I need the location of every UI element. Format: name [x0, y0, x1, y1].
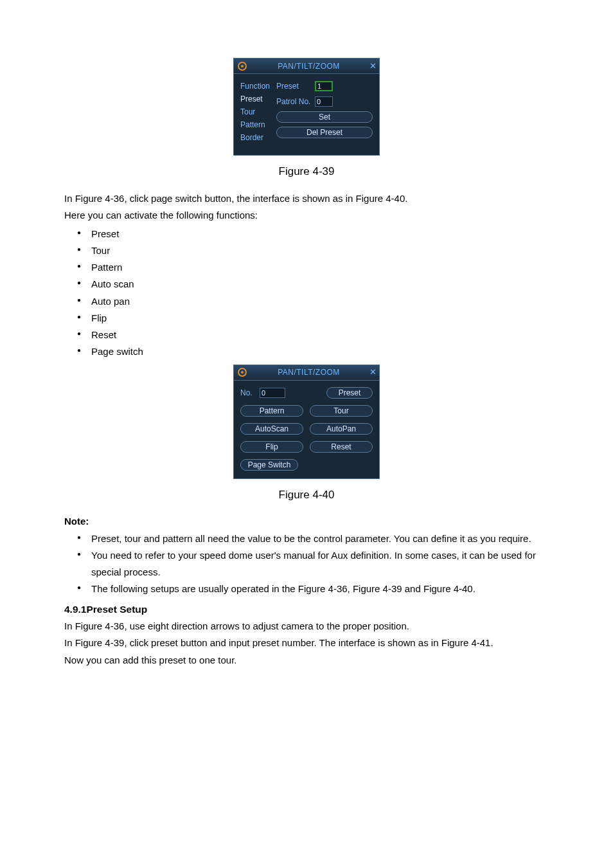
close-icon[interactable]: ✕	[369, 366, 377, 379]
function-item-tour[interactable]: Tour	[240, 106, 270, 118]
note-heading: Note:	[64, 514, 549, 529]
list-item: Auto scan	[77, 276, 549, 293]
list-item: Page switch	[77, 343, 549, 360]
function-item-border[interactable]: Border	[240, 132, 270, 143]
autoscan-button[interactable]: AutoScan	[240, 423, 303, 435]
function-list: Function Preset Tour Pattern Border	[240, 80, 270, 143]
set-button[interactable]: Set	[276, 111, 373, 123]
list-item: Preset, tour and pattern all need the va…	[77, 530, 549, 547]
figure-caption-39: Figure 4-39	[64, 163, 549, 180]
intro-para-2: Here you can activate the following func…	[64, 208, 549, 223]
function-controls: Preset Patrol No. Set Del Preset	[276, 80, 373, 143]
app-icon	[236, 60, 248, 72]
reset-button[interactable]: Reset	[310, 441, 373, 453]
body-para: In Figure 4-36, use eight direction arro…	[64, 619, 549, 634]
autopan-button[interactable]: AutoPan	[310, 423, 373, 435]
list-item: The following setups are usually operate…	[77, 581, 549, 597]
patrol-input[interactable]	[315, 96, 333, 107]
app-icon	[236, 366, 248, 378]
list-item: Preset	[77, 226, 549, 242]
svg-point-3	[241, 371, 244, 374]
list-item: You need to refer to your speed dome use…	[77, 547, 549, 581]
pattern-button[interactable]: Pattern	[240, 405, 303, 417]
panel-titlebar: PAN/TILT/ZOOM ✕	[234, 365, 379, 381]
ptz-panel-1: PAN/TILT/ZOOM ✕ Function Preset Tour Pat…	[233, 58, 380, 156]
body-para: In Figure 4-39, click preset button and …	[64, 636, 549, 651]
figure-caption-40: Figure 4-40	[64, 487, 549, 503]
preset-button[interactable]: Preset	[326, 387, 373, 399]
no-input[interactable]	[260, 388, 285, 398]
function-item-preset[interactable]: Preset	[240, 93, 270, 105]
function-item-pattern[interactable]: Pattern	[240, 119, 270, 131]
ptz-panel-2: PAN/TILT/ZOOM ✕ No. Preset Pattern Tour …	[233, 365, 380, 479]
list-item: Flip	[77, 310, 549, 327]
body-para: Now you can add this preset to one tour.	[64, 653, 549, 668]
patrol-label: Patrol No.	[276, 96, 312, 107]
panel-body: Function Preset Tour Pattern Border Pres…	[234, 74, 379, 155]
feature-list: Preset Tour Pattern Auto scan Auto pan F…	[64, 226, 549, 361]
flip-button[interactable]: Flip	[240, 441, 303, 453]
section-heading: 4.9.1Preset Setup	[64, 602, 549, 617]
tour-button[interactable]: Tour	[310, 405, 373, 417]
preset-input[interactable]	[315, 81, 333, 91]
intro-para-1: In Figure 4-36, click page switch button…	[64, 192, 549, 206]
list-item: Pattern	[77, 259, 549, 276]
list-item: Reset	[77, 327, 549, 343]
del-preset-button[interactable]: Del Preset	[276, 127, 373, 138]
preset-label: Preset	[276, 80, 312, 92]
svg-point-1	[241, 65, 244, 68]
no-label: No.	[240, 387, 256, 399]
panel-title: PAN/TILT/ZOOM	[278, 60, 340, 72]
function-item[interactable]: Function	[240, 80, 270, 92]
note-list: Preset, tour and pattern all need the va…	[64, 530, 549, 598]
page-switch-button[interactable]: Page Switch	[240, 459, 298, 471]
list-item: Auto pan	[77, 293, 549, 310]
panel-body: No. Preset Pattern Tour AutoScan AutoPan…	[234, 381, 379, 478]
close-icon[interactable]: ✕	[369, 60, 377, 73]
list-item: Tour	[77, 242, 549, 259]
panel-titlebar: PAN/TILT/ZOOM ✕	[234, 59, 379, 74]
panel-title: PAN/TILT/ZOOM	[278, 366, 340, 378]
